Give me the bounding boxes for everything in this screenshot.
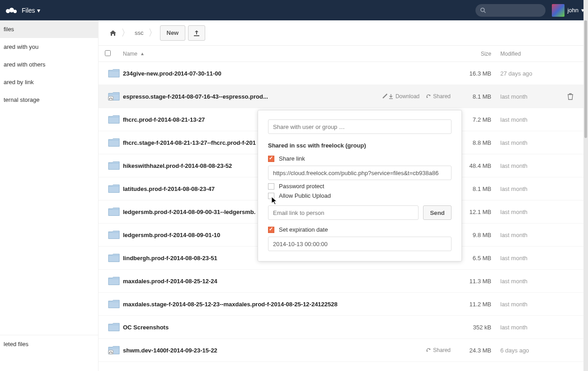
column-name[interactable]: Name ▲ — [123, 51, 455, 57]
file-modified: last month — [500, 232, 564, 238]
new-button[interactable]: New — [160, 25, 186, 41]
share-popover: Shared in ssc with freelock (group) Shar… — [258, 110, 462, 262]
file-name[interactable]: OC Screenshots — [123, 324, 451, 331]
folder-icon — [105, 252, 123, 263]
file-modified: last month — [500, 278, 564, 285]
file-name[interactable]: espresso.stage-f-2014-08-07-16-43--espre… — [123, 93, 377, 100]
expiration-label: Set expiration date — [279, 226, 328, 233]
app-header: Files ▾ john ▾ — [0, 0, 588, 20]
file-size: 7.2 MB — [455, 116, 500, 123]
app-label: Files — [22, 7, 35, 14]
search-input[interactable] — [475, 4, 546, 17]
owncloud-logo-icon[interactable] — [5, 5, 18, 16]
controls-bar: 〉 ssc 〉 New — [99, 20, 583, 46]
upload-button[interactable] — [188, 25, 205, 41]
file-size: 8.8 MB — [455, 139, 500, 146]
table-row[interactable]: maxdales.stage-f-2014-08-25-12-23--maxda… — [99, 293, 583, 316]
user-menu[interactable]: john ▾ — [552, 4, 584, 17]
row-actions: DownloadShared — [388, 93, 455, 100]
share-link-label: Share link — [279, 155, 305, 162]
svg-point-9 — [429, 95, 431, 96]
sidebar-item-external-storage[interactable]: ternal storage — [0, 91, 98, 109]
table-row[interactable]: OC Screenshots352 kBlast month — [99, 316, 583, 339]
file-size: 12.1 MB — [455, 209, 500, 215]
table-row[interactable]: 234give-new.prod-2014-07-30-11-0016.3 MB… — [99, 62, 583, 85]
rename-icon[interactable] — [382, 93, 388, 100]
file-name[interactable]: maxdales.prod-f-2014-08-25-12-24 — [123, 278, 451, 285]
file-size: 24.3 MB — [455, 347, 500, 354]
folder-icon — [105, 183, 123, 194]
file-size: 48.4 MB — [455, 162, 500, 169]
sidebar-item-shared-with-you[interactable]: ared with you — [0, 38, 98, 56]
expiration-checkbox[interactable] — [268, 227, 274, 233]
file-modified: last month — [500, 139, 564, 146]
file-modified: last month — [500, 162, 564, 169]
password-protect-checkbox[interactable] — [268, 183, 274, 190]
file-modified: last month — [500, 116, 564, 123]
svg-point-1 — [9, 8, 14, 13]
file-size: 8.1 MB — [455, 186, 500, 192]
table-row[interactable]: shwm.dev-1400f-2014-09-23-15-22Shared24.… — [99, 339, 583, 362]
email-link-input[interactable] — [268, 205, 419, 220]
file-size: 16.3 MB — [455, 70, 500, 77]
download-action[interactable]: Download — [388, 93, 419, 100]
file-modified: last month — [500, 324, 564, 331]
user-name: john — [567, 7, 579, 14]
scrollbar-thumb[interactable] — [584, 20, 587, 138]
file-modified: 6 days ago — [500, 347, 564, 354]
shared-with-title: Shared in ssc with freelock (group) — [268, 142, 452, 149]
svg-point-12 — [112, 352, 113, 353]
avatar — [552, 4, 564, 17]
svg-point-7 — [112, 99, 113, 100]
file-modified: last month — [500, 186, 564, 192]
file-size: 9.8 MB — [455, 232, 500, 238]
column-modified[interactable]: Modified — [500, 51, 564, 57]
svg-point-3 — [481, 8, 485, 11]
file-name[interactable]: maxdales.stage-f-2014-08-25-12-23--maxda… — [123, 301, 451, 308]
select-all-checkbox[interactable] — [105, 50, 111, 56]
caret-down-icon: ▾ — [37, 7, 40, 14]
search-icon — [480, 7, 486, 14]
folder-icon — [105, 137, 123, 148]
breadcrumb-home[interactable] — [105, 27, 121, 39]
expiration-date-input[interactable] — [268, 237, 452, 251]
folder-icon — [105, 229, 123, 240]
row-actions: Shared — [426, 347, 455, 353]
table-row[interactable]: espresso.stage-f-2014-08-07-16-43--espre… — [99, 85, 583, 108]
file-size: 11.2 MB — [455, 301, 500, 308]
sidebar-item-all-files[interactable]: files — [0, 20, 98, 38]
breadcrumb-sep: 〉 — [121, 27, 130, 39]
file-modified: last month — [500, 255, 564, 262]
folder-icon — [105, 206, 123, 217]
send-button[interactable]: Send — [423, 205, 452, 220]
svg-point-11 — [109, 352, 110, 353]
svg-point-8 — [427, 97, 428, 98]
app-menu[interactable]: Files ▾ — [22, 7, 40, 14]
sidebar-item-shared-with-others[interactable]: ared with others — [0, 56, 98, 73]
file-name[interactable]: shwm.dev-1400f-2014-09-23-15-22 — [123, 347, 426, 354]
breadcrumb: 〉 ssc 〉 — [105, 27, 157, 39]
breadcrumb-folder[interactable]: ssc — [130, 27, 148, 39]
shared-action[interactable]: Shared — [426, 93, 451, 100]
delete-icon[interactable] — [564, 93, 577, 100]
upload-icon — [193, 29, 200, 37]
folder-icon — [105, 299, 123, 309]
sidebar-item-deleted-files[interactable]: leted files — [0, 335, 98, 353]
file-name[interactable]: 234give-new.prod-2014-07-30-11-00 — [123, 70, 451, 77]
share-link-checkbox[interactable] — [268, 156, 274, 162]
folder-icon — [105, 68, 123, 79]
share-with-input[interactable] — [268, 119, 452, 134]
public-upload-checkbox[interactable] — [268, 193, 274, 199]
column-size[interactable]: Size — [455, 51, 500, 57]
file-size: 8.1 MB — [455, 93, 500, 100]
table-header: Name ▲ Size Modified — [99, 46, 583, 62]
shared-action[interactable]: Shared — [426, 347, 451, 353]
svg-point-13 — [427, 351, 428, 352]
folder-icon — [105, 276, 123, 286]
share-link-url-input[interactable] — [268, 166, 452, 180]
sidebar-item-shared-by-link[interactable]: ared by link — [0, 73, 98, 91]
sort-asc-icon: ▲ — [140, 51, 145, 56]
folder-icon — [105, 160, 123, 171]
file-modified: last month — [500, 93, 564, 100]
table-row[interactable]: maxdales.prod-f-2014-08-25-12-2411.3 MBl… — [99, 270, 583, 293]
